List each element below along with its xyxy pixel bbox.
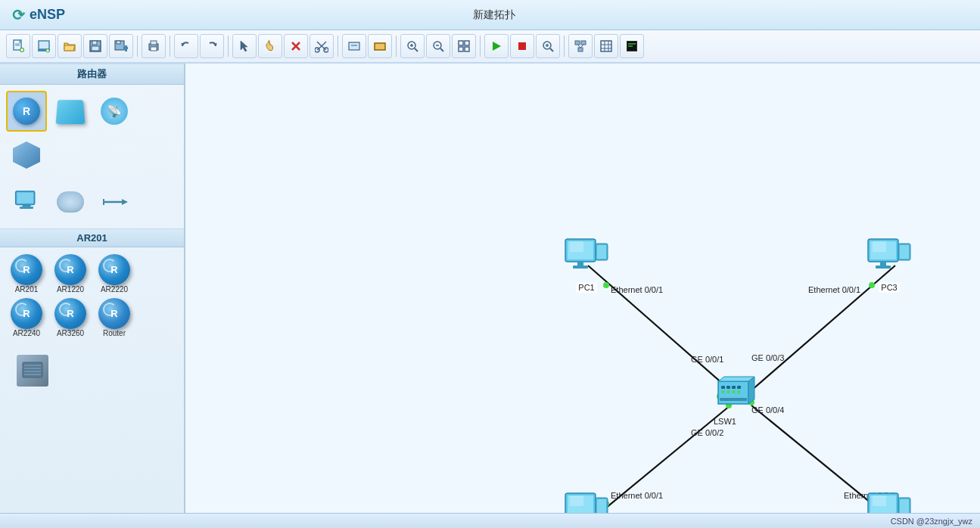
svg-rect-44 bbox=[465, 41, 469, 45]
network-canvas[interactable]: Ethernet 0/0/1 GE 0/0/1 Ethernet 0/0/1 G… bbox=[185, 64, 980, 513]
security-shape bbox=[13, 141, 40, 169]
svg-rect-126 bbox=[900, 499, 909, 513]
svg-rect-53 bbox=[581, 41, 586, 45]
svg-text:Ethernet 0/0/1: Ethernet 0/0/1 bbox=[611, 285, 663, 294]
ar201-item[interactable]: R AR201 bbox=[6, 253, 47, 294]
extra-device-item[interactable] bbox=[12, 350, 53, 391]
router-label: Router bbox=[103, 329, 126, 337]
select-button[interactable] bbox=[232, 34, 257, 58]
cloud-type-img bbox=[57, 188, 84, 216]
utility-icons bbox=[0, 182, 184, 228]
svg-line-41 bbox=[440, 48, 443, 51]
config-button[interactable] bbox=[620, 34, 644, 58]
pc-type-img bbox=[13, 188, 40, 216]
rect-button[interactable] bbox=[368, 34, 392, 58]
ar201-label: AR201 bbox=[15, 285, 39, 294]
save-as-button[interactable] bbox=[109, 34, 133, 58]
svg-marker-47 bbox=[493, 42, 501, 51]
sep1 bbox=[137, 36, 138, 57]
cloud-type-icon[interactable] bbox=[50, 182, 91, 222]
svg-rect-101 bbox=[570, 241, 583, 252]
main-content: 路由器 R 📡 bbox=[0, 64, 980, 513]
pc4-node[interactable]: PC4 bbox=[865, 492, 913, 513]
pc3-label: PC3 bbox=[879, 282, 899, 293]
pc1-node[interactable]: PC1 bbox=[562, 238, 611, 293]
pc-type-icon[interactable] bbox=[6, 182, 47, 222]
svg-rect-102 bbox=[577, 262, 583, 266]
svg-rect-13 bbox=[92, 46, 99, 51]
svg-point-135 bbox=[727, 390, 730, 393]
toolbar bbox=[0, 30, 980, 64]
ar3260-label: AR3260 bbox=[57, 329, 84, 337]
ar1220-item[interactable]: R AR1220 bbox=[50, 253, 91, 294]
extra-device-area bbox=[0, 344, 184, 397]
fit-button[interactable] bbox=[452, 34, 476, 58]
delete-button[interactable] bbox=[284, 34, 308, 58]
lsw1-node[interactable] bbox=[711, 374, 756, 415]
topo-logic-button[interactable] bbox=[568, 34, 593, 58]
svg-rect-15 bbox=[117, 41, 120, 44]
svg-line-55 bbox=[577, 45, 580, 48]
ar2240-item[interactable]: R AR2240 bbox=[6, 297, 47, 338]
redo-button[interactable] bbox=[200, 34, 224, 58]
line-type-icon[interactable] bbox=[94, 182, 135, 222]
svg-text:GE 0/0/1: GE 0/0/1 bbox=[691, 355, 723, 364]
svg-rect-122 bbox=[873, 495, 886, 506]
pc1-icon bbox=[562, 238, 611, 280]
svg-marker-71 bbox=[122, 199, 128, 205]
print-button[interactable] bbox=[142, 34, 166, 58]
line-type-img bbox=[101, 188, 128, 216]
lsw1-icon bbox=[711, 374, 756, 415]
security-type-img bbox=[13, 141, 40, 169]
ar2240-icon: R bbox=[11, 298, 42, 329]
svg-rect-17 bbox=[123, 47, 128, 49]
cut-button[interactable] bbox=[310, 34, 334, 58]
pc4-icon bbox=[865, 492, 913, 513]
svg-point-21 bbox=[156, 45, 157, 46]
svg-rect-108 bbox=[570, 495, 583, 506]
router-item[interactable]: R Router bbox=[94, 297, 135, 338]
new-topo-button[interactable] bbox=[32, 34, 56, 58]
security-type-icon[interactable] bbox=[6, 135, 47, 175]
hand-button[interactable] bbox=[258, 34, 282, 58]
sep2 bbox=[170, 36, 170, 57]
save-button[interactable] bbox=[83, 34, 107, 58]
capture-button[interactable] bbox=[536, 34, 560, 58]
undo-button[interactable] bbox=[174, 34, 198, 58]
new-file-button[interactable] bbox=[6, 34, 30, 58]
text-button[interactable] bbox=[342, 34, 366, 58]
svg-rect-54 bbox=[578, 48, 583, 51]
svg-rect-46 bbox=[465, 47, 469, 51]
switch-type-icon[interactable] bbox=[50, 91, 91, 132]
router-type-img: R bbox=[13, 98, 40, 125]
stop-button[interactable] bbox=[510, 34, 534, 58]
start-button[interactable] bbox=[484, 34, 509, 58]
ar2220-item[interactable]: R AR2220 bbox=[94, 253, 135, 294]
ar201-icon: R bbox=[11, 254, 42, 285]
ar3260-item[interactable]: R AR3260 bbox=[50, 297, 91, 338]
pc2-node[interactable]: PC2 bbox=[562, 492, 611, 513]
svg-rect-19 bbox=[151, 41, 157, 45]
svg-line-56 bbox=[580, 45, 583, 48]
open-button[interactable] bbox=[58, 34, 82, 58]
zoom-in-button[interactable] bbox=[400, 34, 425, 58]
svg-rect-57 bbox=[601, 41, 611, 51]
svg-line-37 bbox=[415, 48, 418, 51]
svg-rect-43 bbox=[459, 41, 463, 45]
svg-rect-117 bbox=[876, 266, 891, 269]
wireless-type-icon[interactable]: 📡 bbox=[94, 91, 135, 132]
svg-rect-12 bbox=[92, 41, 97, 45]
status-text: CSDN @23zngjx_ywz bbox=[891, 517, 972, 526]
svg-rect-112 bbox=[597, 499, 606, 513]
app-logo: ⟳ eNSP bbox=[12, 6, 65, 24]
pc2-icon bbox=[562, 492, 611, 513]
router-type-icon[interactable]: R bbox=[6, 91, 47, 132]
zoom-out-button[interactable] bbox=[426, 34, 450, 58]
ar-devices-grid: R AR201 R AR1220 R AR2220 R AR2240 R AR3… bbox=[0, 247, 184, 344]
pc3-node[interactable]: PC3 bbox=[865, 238, 913, 293]
svg-rect-115 bbox=[873, 241, 886, 252]
svg-rect-73 bbox=[23, 362, 42, 377]
svg-line-27 bbox=[317, 42, 322, 46]
table-button[interactable] bbox=[594, 34, 618, 58]
wireless-type-img: 📡 bbox=[101, 98, 128, 125]
